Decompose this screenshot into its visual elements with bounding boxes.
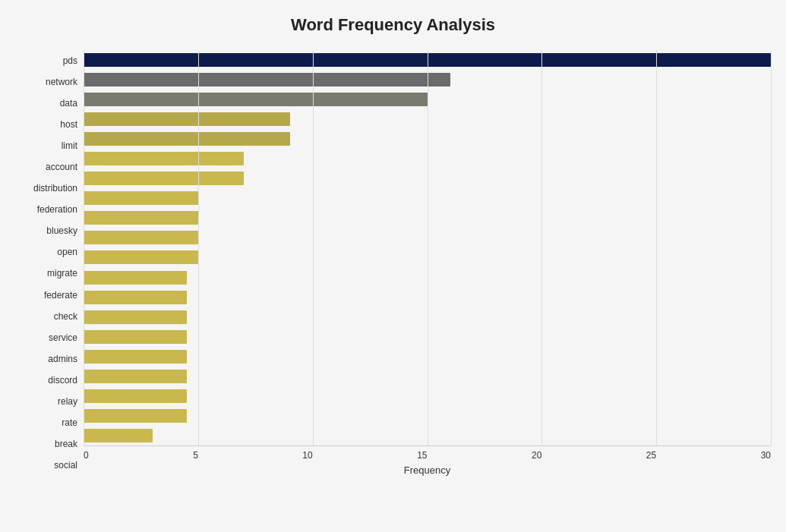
- y-label: break: [55, 433, 77, 455]
- bar: [84, 172, 244, 185]
- bar: [84, 271, 187, 285]
- bar: [84, 370, 187, 383]
- y-label: social: [54, 455, 77, 476]
- bar: [84, 350, 187, 364]
- bar: [84, 330, 187, 344]
- y-axis: pdsnetworkdatahostlimitaccountdistributi…: [15, 50, 84, 476]
- y-label: open: [57, 241, 77, 263]
- bar-row: [84, 208, 771, 228]
- y-label: host: [60, 114, 77, 135]
- y-label: rate: [62, 412, 77, 433]
- x-tick: 30: [761, 450, 771, 461]
- bar: [84, 211, 198, 225]
- x-tick: 10: [302, 450, 312, 461]
- chart-container: Word Frequency Analysis pdsnetworkdataho…: [0, 0, 786, 532]
- bar: [84, 73, 450, 87]
- x-axis: 051015202530: [84, 445, 771, 461]
- bottom-area: 051015202530 Frequency: [84, 445, 771, 476]
- bar-row: [84, 90, 771, 109]
- bar-row: [84, 228, 771, 247]
- bar-row: [84, 426, 771, 445]
- bar: [84, 310, 187, 324]
- y-label: distribution: [33, 178, 77, 199]
- bar-row: [84, 288, 771, 307]
- bar: [84, 429, 153, 442]
- bar-row: [84, 168, 771, 188]
- bar-row: [84, 268, 771, 288]
- chart-title: Word Frequency Analysis: [15, 15, 771, 35]
- y-label: federation: [37, 199, 77, 220]
- x-axis-label: Frequency: [84, 464, 771, 476]
- y-label: migrate: [47, 263, 77, 284]
- y-label: bluesky: [46, 220, 77, 241]
- bar-row: [84, 129, 771, 149]
- bar: [84, 291, 187, 304]
- bar-row: [84, 149, 771, 168]
- bar: [84, 389, 187, 403]
- bar-row: [84, 247, 771, 267]
- y-label: check: [54, 306, 77, 327]
- bars-container: [84, 50, 771, 445]
- bar: [84, 112, 290, 126]
- bar: [84, 53, 771, 67]
- y-label: account: [46, 156, 77, 178]
- bar: [84, 93, 428, 106]
- bar: [84, 152, 244, 165]
- bar-row: [84, 109, 771, 129]
- y-label: limit: [62, 135, 77, 156]
- grid-line: [771, 50, 772, 445]
- y-label: pds: [63, 50, 77, 71]
- bar-row: [84, 327, 771, 347]
- x-tick: 5: [193, 450, 198, 461]
- plot-area: 051015202530 Frequency: [84, 50, 771, 476]
- bar: [84, 250, 198, 264]
- x-tick: 25: [646, 450, 656, 461]
- bar: [84, 409, 187, 423]
- y-label: service: [49, 327, 77, 348]
- y-label: data: [60, 93, 77, 114]
- x-tick: 15: [417, 450, 427, 461]
- y-label: federate: [44, 285, 77, 306]
- x-tick: 20: [532, 450, 541, 461]
- y-label: relay: [58, 391, 77, 412]
- y-label: admins: [48, 348, 77, 370]
- bar-row: [84, 347, 771, 367]
- chart-area: pdsnetworkdatahostlimitaccountdistributi…: [15, 50, 771, 476]
- bar-row: [84, 367, 771, 386]
- bar-row: [84, 406, 771, 426]
- bar: [84, 191, 198, 205]
- bar-row: [84, 50, 771, 70]
- x-tick: 0: [84, 450, 89, 461]
- bar-row: [84, 188, 771, 208]
- bar-row: [84, 307, 771, 327]
- bar: [84, 231, 198, 244]
- y-label: discord: [48, 370, 77, 391]
- y-label: network: [46, 71, 77, 93]
- bar-row: [84, 386, 771, 406]
- bar: [84, 132, 290, 146]
- bar-row: [84, 70, 771, 90]
